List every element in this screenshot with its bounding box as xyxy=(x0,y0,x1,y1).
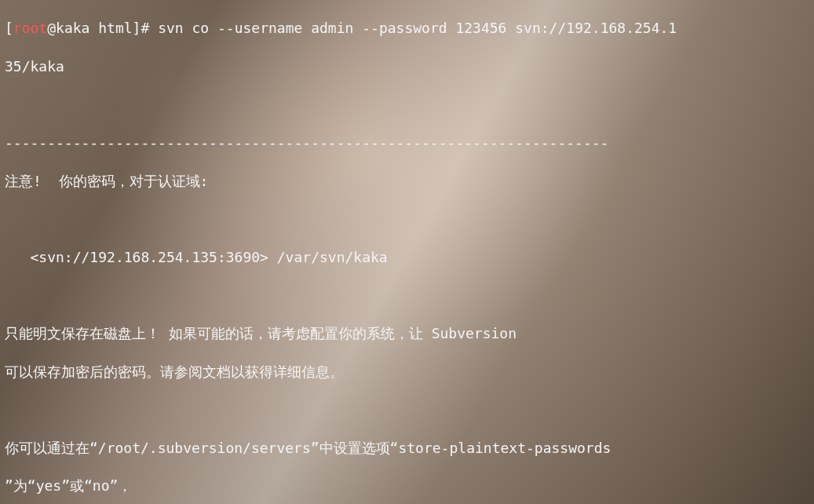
warning-text: ”为“yes”或“no”， xyxy=(5,477,809,495)
separator: ----------------------------------------… xyxy=(5,133,809,152)
warning-text: 只能明文保存在磁盘上！ 如果可能的话，请考虑配置你的系统，让 Subversio… xyxy=(5,324,809,343)
terminal-output[interactable]: [root@kaka html]# svn co --username admi… xyxy=(0,0,814,504)
warning-text: 注意! 你的密码，对于认证域: xyxy=(5,172,809,191)
prompt-host: kaka xyxy=(56,20,89,36)
command-svn-checkout: svn co --username admin --password 12345… xyxy=(158,20,677,36)
warning-text: 你可以通过在“/root/.subversion/servers”中设置选项“s… xyxy=(5,439,809,458)
command-continuation: 35/kaka xyxy=(5,57,809,76)
svn-realm: <svn://192.168.254.135:3690> /var/svn/ka… xyxy=(5,248,809,267)
prompt-line-1: [root@kaka html]# svn co --username admi… xyxy=(5,19,809,38)
warning-text: 可以保存加密后的密码。请参阅文档以获得详细信息。 xyxy=(5,363,809,382)
prompt-path: html xyxy=(98,20,132,36)
prompt-user: root xyxy=(13,20,47,36)
